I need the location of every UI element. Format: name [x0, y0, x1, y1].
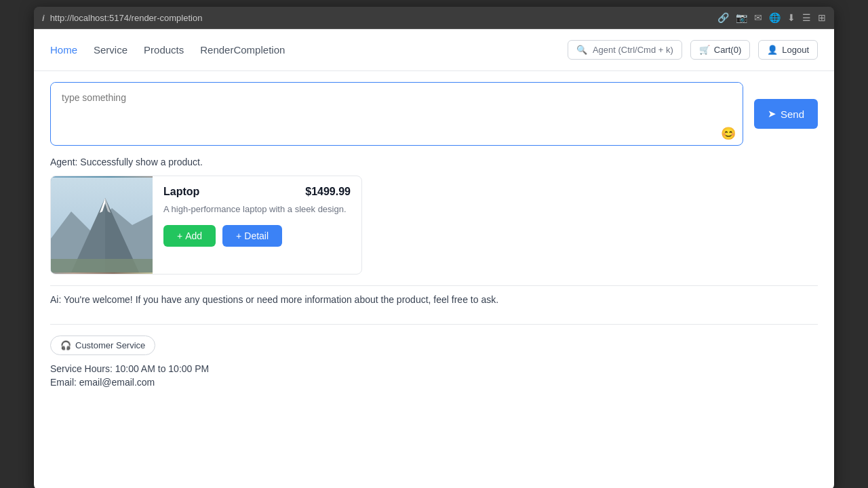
- globe-icon[interactable]: 🌐: [769, 12, 781, 23]
- svg-rect-5: [51, 259, 153, 272]
- product-name: Laptop: [163, 186, 199, 198]
- product-card: Laptop $1499.99 A high-performance lapto…: [50, 176, 362, 274]
- nav-home[interactable]: Home: [50, 44, 77, 56]
- camera-icon[interactable]: 📷: [736, 12, 747, 23]
- ai-message: Ai: You're welcome! If you have any ques…: [50, 285, 818, 313]
- agent-search-label: Agent (Ctrl/Cmd + k): [593, 45, 673, 55]
- grid-icon[interactable]: ⊞: [818, 12, 826, 23]
- product-info: Laptop $1499.99 A high-performance lapto…: [153, 176, 361, 274]
- product-image: [51, 176, 153, 274]
- product-description: A high-performance laptop with a sleek d…: [163, 203, 351, 216]
- detail-button[interactable]: + Detail: [222, 225, 282, 247]
- detail-label: Detail: [244, 230, 269, 241]
- nav-products[interactable]: Products: [144, 44, 184, 56]
- menu-icon[interactable]: ☰: [802, 12, 811, 23]
- nav-right: 🔍 Agent (Ctrl/Cmd + k) 🛒 Cart(0) 👤 Logou…: [568, 40, 818, 60]
- main-content: 😊 ➤ Send Agent: Successfully show a prod…: [34, 71, 834, 399]
- cart-label: Cart(0): [714, 45, 741, 55]
- product-header: Laptop $1499.99: [163, 186, 351, 198]
- chat-input[interactable]: [51, 83, 743, 123]
- product-price: $1499.99: [305, 186, 351, 198]
- headset-icon: 🎧: [60, 340, 71, 350]
- customer-service-section: 🎧 Customer Service Service Hours: 10:00 …: [50, 324, 818, 388]
- send-label: Send: [781, 108, 804, 120]
- service-hours: Service Hours: 10:00 AM to 10:00 PM: [50, 363, 818, 374]
- nav-links: Home Service Products RenderCompletion: [50, 44, 285, 56]
- nav-render-completion[interactable]: RenderCompletion: [200, 44, 285, 56]
- detail-plus-icon: +: [236, 230, 241, 241]
- link-icon[interactable]: 🔗: [717, 12, 729, 23]
- plus-icon: +: [177, 230, 182, 241]
- browser-window: i http://localhost:5174/render-completio…: [34, 7, 834, 488]
- customer-service-badge[interactable]: 🎧 Customer Service: [50, 336, 155, 355]
- browser-bar: i http://localhost:5174/render-completio…: [34, 7, 834, 29]
- browser-url: http://localhost:5174/render-completion: [50, 13, 712, 23]
- logout-button[interactable]: 👤 Logout: [758, 40, 818, 60]
- info-icon: i: [42, 13, 45, 23]
- customer-service-label: Customer Service: [75, 340, 145, 350]
- add-to-cart-button[interactable]: + Add: [163, 225, 216, 247]
- mail-icon[interactable]: ✉: [754, 12, 762, 23]
- agent-search-button[interactable]: 🔍 Agent (Ctrl/Cmd + k): [568, 40, 682, 60]
- add-label: Add: [185, 230, 202, 241]
- logout-label: Logout: [782, 45, 809, 55]
- product-actions: + Add + Detail: [163, 225, 351, 247]
- nav-service[interactable]: Service: [94, 44, 127, 56]
- user-icon: 👤: [767, 45, 778, 55]
- send-button[interactable]: ➤ Send: [754, 99, 818, 129]
- browser-toolbar-icons: 🔗 📷 ✉ 🌐 ⬇ ☰ ⊞: [717, 12, 826, 23]
- search-icon: 🔍: [576, 45, 587, 55]
- cart-icon: 🛒: [699, 45, 710, 55]
- cart-button[interactable]: 🛒 Cart(0): [690, 40, 750, 60]
- download-icon[interactable]: ⬇: [787, 12, 795, 23]
- navbar: Home Service Products RenderCompletion 🔍…: [34, 29, 834, 71]
- chat-input-container: 😊: [50, 82, 743, 146]
- emoji-button[interactable]: 😊: [721, 126, 736, 141]
- agent-message: Agent: Successfully show a product.: [50, 157, 818, 167]
- send-icon: ➤: [768, 108, 776, 120]
- page-content: Home Service Products RenderCompletion 🔍…: [34, 29, 834, 488]
- service-email: Email: email@email.com: [50, 377, 818, 388]
